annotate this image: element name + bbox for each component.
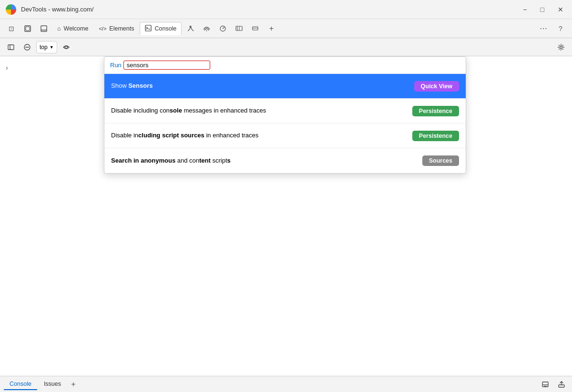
svg-rect-20	[542, 382, 548, 387]
bottom-tab-console[interactable]: Console	[4, 379, 37, 390]
bottom-bar: Console Issues +	[0, 376, 572, 392]
eye-filter-button[interactable]	[59, 41, 73, 54]
bottom-sidebar-button[interactable]	[539, 378, 552, 391]
svg-rect-2	[41, 26, 47, 31]
maximize-button[interactable]: □	[538, 5, 547, 14]
inspect-element-button[interactable]	[20, 22, 35, 35]
badge-sources[interactable]: Sources	[422, 155, 459, 166]
welcome-icon: ⌂	[57, 25, 61, 32]
main-content: › Run Show Sensors Quick View Disable in…	[0, 56, 572, 376]
tab-performance[interactable]	[215, 22, 230, 35]
command-input[interactable]	[123, 61, 210, 70]
svg-rect-14	[8, 45, 14, 50]
window-controls: − □ ✕	[520, 5, 566, 14]
autocomplete-dropdown: Run Show Sensors Quick View Disable incl…	[104, 56, 466, 174]
add-panel-button[interactable]: +	[68, 379, 79, 390]
svg-rect-22	[559, 385, 564, 387]
console-icon	[145, 25, 152, 33]
settings-button[interactable]	[554, 41, 568, 54]
badge-persistence-console[interactable]: Persistence	[412, 106, 459, 116]
title-bar: DevTools - www.bing.com/ − □ ✕	[0, 0, 572, 19]
bottom-tab-issues[interactable]: Issues	[38, 379, 67, 390]
tab-elements[interactable]: </> Elements	[94, 22, 139, 35]
svg-point-7	[206, 31, 207, 31]
toggle-drawer-button[interactable]	[36, 22, 51, 35]
tab-memory[interactable]	[231, 22, 246, 35]
result-disable-console[interactable]: Disable including console messages in en…	[104, 99, 466, 124]
context-label: top	[40, 44, 48, 51]
context-selector[interactable]: top ▼	[36, 41, 57, 53]
minimize-button[interactable]: −	[520, 5, 530, 14]
console-toolbar: top ▼	[0, 38, 572, 56]
clear-console-button[interactable]	[20, 41, 34, 54]
app-logo	[6, 4, 16, 15]
svg-point-19	[560, 46, 562, 48]
result-disable-sources[interactable]: Disable including script sources in enha…	[104, 124, 466, 148]
result-text-show-sensors: Show Sensors	[111, 82, 414, 90]
elements-icon: </>	[99, 26, 106, 31]
chevron-down-icon: ▼	[50, 45, 54, 50]
badge-quick-view[interactable]: Quick View	[414, 81, 459, 92]
tab-welcome[interactable]: ⌂ Welcome	[52, 22, 93, 35]
tab-console[interactable]: Console	[140, 22, 182, 35]
result-search-anonymous[interactable]: Search in anonymous and content scripts …	[104, 148, 466, 173]
result-text-disable-sources: Disable including script sources in enha…	[111, 131, 412, 140]
window-title: DevTools - www.bing.com/	[21, 6, 515, 13]
result-text-disable-console: Disable including console messages in en…	[111, 106, 412, 115]
tab-network[interactable]	[199, 22, 214, 35]
close-button[interactable]: ✕	[555, 5, 566, 14]
tab-layers[interactable]	[247, 22, 263, 35]
tab-bar: ⊡ ⌂ Welcome </> Elements Console	[0, 19, 572, 38]
sidebar-toggle-button[interactable]	[4, 41, 18, 54]
run-label[interactable]: Run	[110, 62, 122, 69]
command-input-row: Run	[104, 57, 466, 74]
tab-debugger[interactable]	[183, 22, 198, 35]
bottom-export-button[interactable]	[555, 378, 568, 391]
expand-arrow-icon[interactable]: ›	[6, 64, 8, 72]
tab-more-area: ⋯ ?	[536, 22, 568, 35]
add-tab-button[interactable]: +	[264, 22, 279, 35]
svg-point-18	[65, 46, 67, 48]
svg-rect-1	[26, 27, 30, 31]
badge-persistence-sources[interactable]: Persistence	[412, 131, 459, 141]
result-text-search-anonymous: Search in anonymous and content scripts	[111, 156, 422, 165]
bottom-right-controls	[539, 378, 568, 391]
result-show-sensors[interactable]: Show Sensors Quick View	[104, 74, 466, 99]
toggle-screencast-button[interactable]: ⊡	[4, 22, 19, 35]
more-tabs-button[interactable]: ⋯	[536, 22, 551, 35]
help-button[interactable]: ?	[553, 22, 568, 35]
